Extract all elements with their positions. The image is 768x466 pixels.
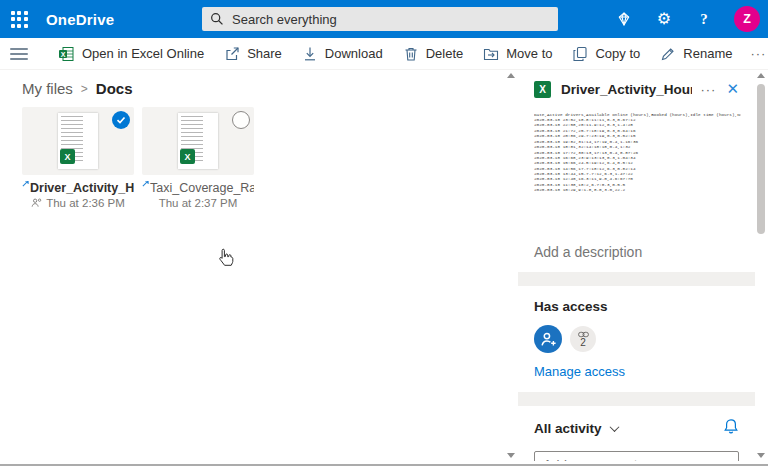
share-icon: [224, 46, 240, 62]
main-scrollbar[interactable]: [504, 70, 518, 461]
waffle-icon: [11, 11, 28, 28]
breadcrumb-my-files[interactable]: My files: [22, 80, 73, 97]
search-input[interactable]: [232, 12, 550, 27]
file-meta: Thu at 2:37 PM: [142, 197, 254, 209]
command-label: Share: [247, 46, 282, 61]
open-in-excel-button[interactable]: X Open in Excel Online: [48, 39, 214, 69]
delete-button[interactable]: Delete: [393, 39, 474, 69]
breadcrumb-separator: >: [81, 82, 88, 96]
scrollbar-thumb[interactable]: [757, 84, 765, 234]
file-name[interactable]: Taxi_Coverage_Ratio.csv: [142, 181, 254, 195]
excel-file-icon: X: [180, 149, 195, 164]
toolbar-overflow-button[interactable]: ···: [742, 46, 768, 61]
link-count: 2: [580, 338, 586, 348]
account-avatar[interactable]: Z: [734, 6, 760, 32]
breadcrumb: My files > Docs: [0, 70, 505, 105]
details-panel: X Driver_Activity_Hour.csv ··· ✕ Date,Ac…: [518, 70, 755, 461]
app-title: OneDrive: [46, 11, 114, 28]
scroll-up-arrow[interactable]: [507, 73, 515, 78]
file-browser-area: My files > Docs X: [0, 70, 505, 464]
search-box[interactable]: [202, 7, 558, 31]
activity-filter-dropdown[interactable]: All activity: [534, 421, 602, 436]
file-timestamp: Thu at 2:36 PM: [46, 197, 125, 209]
details-more-button[interactable]: ···: [692, 82, 724, 97]
panel-gap: [518, 392, 755, 406]
rename-button[interactable]: Rename: [650, 39, 742, 69]
csv-preview: Date,Active drivers,Available online (ho…: [534, 112, 741, 193]
sharing-links-badge[interactable]: 2: [570, 326, 596, 352]
file-meta: Thu at 2:36 PM: [22, 197, 134, 209]
command-label: Download: [325, 46, 383, 61]
file-thumbnail: X: [22, 107, 134, 175]
command-label: Open in Excel Online: [82, 46, 204, 61]
select-circle[interactable]: [232, 111, 250, 129]
file-tile-taxi-coverage[interactable]: X Taxi_Coverage_Ratio.csv Thu at 2:37 PM: [142, 107, 254, 209]
excel-file-icon: X: [60, 149, 75, 164]
file-name[interactable]: Driver_Activity_Hour....: [22, 181, 134, 195]
details-close-button[interactable]: ✕: [724, 80, 741, 98]
settings-gear-icon[interactable]: ⚙: [654, 9, 674, 29]
shared-person-avatar[interactable]: [534, 325, 562, 353]
manage-access-link[interactable]: Manage access: [534, 364, 625, 379]
app-header: OneDrive ⚙ ? Z: [0, 0, 768, 38]
check-icon: [116, 115, 126, 125]
has-access-heading: Has access: [534, 299, 739, 314]
description-field[interactable]: Add a description: [534, 244, 741, 260]
shortcut-arrow-icon: [142, 181, 149, 187]
details-file-title: Driver_Activity_Hour.csv: [561, 82, 692, 97]
command-toolbar: X Open in Excel Online Share Download: [0, 38, 768, 70]
chevron-down-icon[interactable]: [609, 422, 619, 432]
command-label: Rename: [683, 46, 732, 61]
activity-section: All activity: [518, 406, 755, 461]
file-tile-driver-activity[interactable]: X Driver_Activity_Hour....: [22, 107, 134, 209]
onedrive-window: OneDrive ⚙ ? Z: [0, 0, 768, 466]
command-label: Move to: [506, 46, 552, 61]
file-timestamp: Thu at 2:37 PM: [159, 197, 238, 209]
command-label: Delete: [426, 46, 464, 61]
breadcrumb-current-folder[interactable]: Docs: [96, 80, 133, 97]
premium-diamond-icon[interactable]: [614, 9, 634, 29]
search-icon: [210, 12, 224, 26]
shared-people-icon: [31, 198, 42, 208]
svg-text:X: X: [61, 50, 66, 57]
person-add-icon: [540, 331, 557, 348]
download-icon: [302, 46, 318, 62]
move-to-button[interactable]: Move to: [473, 39, 562, 69]
rename-pencil-icon: [660, 46, 676, 62]
header-actions: ⚙ ? Z: [614, 0, 760, 38]
mouse-cursor: [218, 248, 235, 268]
download-button[interactable]: Download: [292, 39, 393, 69]
move-to-folder-icon: [483, 46, 499, 62]
share-button[interactable]: Share: [214, 39, 292, 69]
excel-file-icon: X: [534, 81, 551, 98]
delete-trash-icon: [403, 46, 419, 62]
menu-hamburger-button[interactable]: [10, 45, 28, 63]
command-label: Copy to: [595, 46, 640, 61]
file-thumbnail: X: [142, 107, 254, 175]
has-access-section: Has access 2 Manage acces: [518, 286, 755, 392]
copy-to-icon: [572, 46, 588, 62]
file-tiles: X Driver_Activity_Hour....: [0, 107, 505, 209]
shortcut-arrow-icon: [22, 181, 29, 187]
panel-gap: [518, 272, 755, 286]
scroll-up-arrow[interactable]: [757, 73, 765, 78]
app-launcher-button[interactable]: [0, 0, 38, 38]
scroll-down-arrow[interactable]: [757, 453, 765, 458]
copy-to-button[interactable]: Copy to: [562, 39, 650, 69]
panel-scrollbar[interactable]: [754, 70, 768, 461]
excel-icon: X: [58, 46, 75, 62]
comment-input[interactable]: [534, 451, 739, 461]
notifications-bell-icon[interactable]: [723, 418, 739, 439]
scroll-down-arrow[interactable]: [507, 453, 515, 458]
details-header-section: X Driver_Activity_Hour.csv ··· ✕ Date,Ac…: [518, 70, 755, 272]
selected-check-circle[interactable]: [112, 111, 130, 129]
help-icon[interactable]: ?: [694, 9, 714, 29]
